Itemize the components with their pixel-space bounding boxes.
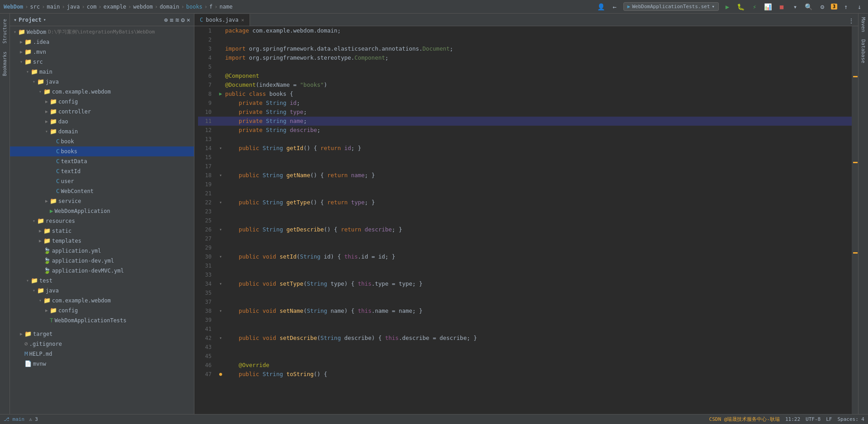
right-tab-maven[interactable]: Maven — [859, 14, 868, 36]
tree-controller[interactable]: ▶ 📁 controller — [10, 107, 194, 117]
run-gutter-icon[interactable]: ▶ — [219, 90, 222, 99]
sidebar-item-bookmarks[interactable]: Bookmarks — [1, 48, 9, 80]
tree-dao[interactable]: ▶ 📁 dao — [10, 117, 194, 127]
coverage-button[interactable]: ⚡ — [750, 2, 760, 12]
tree-arrow-test-com[interactable]: ▾ — [37, 296, 43, 305]
tree-webdomapp[interactable]: ▶ WebDomApplication — [10, 206, 194, 216]
tab-books-java[interactable]: C books.java × — [194, 14, 250, 26]
fold-icon-34[interactable]: ▾ — [219, 279, 222, 288]
tree-mvnw[interactable]: 📄 mvnw — [10, 359, 194, 369]
tree-arrow-test[interactable]: ▾ — [24, 276, 31, 285]
tree-domain[interactable]: ▾ 📁 domain — [10, 127, 194, 137]
stop-button[interactable]: ■ — [777, 2, 787, 12]
tree-books[interactable]: C books — [10, 146, 194, 156]
tree-root[interactable]: ▾ 📁 WebDom D:\学习案例\integrationMyBatis\We… — [10, 27, 194, 37]
tree-arrow-idea[interactable]: ▶ — [18, 38, 24, 47]
tree-arrow-service[interactable]: ▶ — [43, 197, 50, 206]
tree-arrow-resources[interactable]: ▾ — [31, 217, 37, 226]
tree-application-yml[interactable]: 🍃 application.yml — [10, 246, 194, 256]
profiler-button[interactable]: 📊 — [763, 2, 773, 12]
tree-service[interactable]: ▶ 📁 service — [10, 196, 194, 206]
tree-textdata[interactable]: C textData — [10, 156, 194, 166]
tree-arrow-test-java[interactable]: ▾ — [31, 286, 37, 295]
tree-webcontent[interactable]: C WebContent — [10, 186, 194, 196]
sidebar-item-structure[interactable]: Structure — [1, 15, 9, 47]
tree-settings-icon[interactable]: ⚙ — [181, 16, 184, 24]
tree-arrow-dao[interactable]: ▶ — [43, 117, 50, 126]
tree-java[interactable]: ▾ 📁 java — [10, 77, 194, 87]
tree-src[interactable]: ▾ 📁 src — [10, 57, 194, 67]
tree-arrow-templates[interactable]: ▶ — [37, 236, 43, 245]
tree-test-config[interactable]: ▶ 📁 config — [10, 306, 194, 316]
tree-close-icon[interactable]: × — [187, 16, 190, 24]
fold-icon-30[interactable]: ▾ — [219, 252, 222, 261]
project-title-chevron[interactable]: ▾ — [43, 17, 46, 22]
project-tree[interactable]: ▾ 📁 WebDom D:\学习案例\integrationMyBatis\We… — [10, 26, 194, 414]
tree-user[interactable]: C user — [10, 176, 194, 186]
right-tab-database[interactable]: Database — [859, 36, 868, 67]
test-com-name: com.example.webdom — [52, 296, 111, 305]
tree-arrow-static[interactable]: ▶ — [37, 226, 43, 236]
status-spaces: Spaces: 4 — [837, 416, 864, 422]
debug-button[interactable]: 🐛 — [736, 2, 746, 12]
tree-main[interactable]: ▾ 📁 main — [10, 67, 194, 77]
tree-arrow-mvn[interactable]: ▶ — [18, 47, 24, 57]
nav-down-icon[interactable]: ↓ — [854, 2, 864, 12]
tree-templates[interactable]: ▶ 📁 templates — [10, 236, 194, 246]
tree-helpmd[interactable]: M HELP.md — [10, 349, 194, 359]
tree-gitignore[interactable]: ⊘ .gitignore — [10, 339, 194, 349]
tab-more-icon[interactable]: ⋮ — [846, 16, 856, 26]
fold-icon-26[interactable]: ▾ — [219, 225, 222, 234]
fold-icon-22[interactable]: ▾ — [219, 198, 222, 207]
search-icon[interactable]: 🔍 — [804, 2, 814, 12]
run-config[interactable]: ▶ WebDomApplicationTests.set ▾ — [623, 2, 719, 11]
collapse-all-icon[interactable]: ≡ — [170, 16, 173, 24]
tree-arrow-root[interactable]: ▾ — [12, 28, 18, 37]
tree-arrow-config[interactable]: ▶ — [43, 97, 50, 106]
tree-book[interactable]: C book — [10, 137, 194, 146]
fold-icon-18[interactable]: ▾ — [219, 171, 222, 180]
tree-textid[interactable]: C textId — [10, 166, 194, 176]
warning-badge[interactable]: 3 — [831, 4, 837, 9]
code-editor[interactable]: 1 package com.example.webdom.domain; 2 3 — [194, 26, 858, 414]
nav-up-icon[interactable]: ↑ — [841, 2, 851, 12]
settings-icon[interactable]: ⚙ — [817, 2, 827, 12]
tree-arrow-domain[interactable]: ▾ — [43, 127, 50, 136]
tree-com-example[interactable]: ▾ 📁 com.example.webdom — [10, 87, 194, 97]
code-line-31: 31 — [198, 261, 852, 270]
tree-webdomtests[interactable]: T WebDomApplicationTests — [10, 316, 194, 325]
code-content[interactable]: 1 package com.example.webdom.domain; 2 3 — [194, 26, 852, 414]
expand-all-icon[interactable]: ⊕ — [164, 16, 168, 24]
tree-test-com[interactable]: ▾ 📁 com.example.webdom — [10, 296, 194, 306]
tree-arrow-main[interactable]: ▾ — [24, 67, 31, 76]
tree-test[interactable]: ▾ 📁 test — [10, 276, 194, 286]
fold-icon-14[interactable]: ▾ — [219, 144, 222, 153]
tree-arrow-target[interactable]: ▶ — [18, 330, 24, 339]
tree-config[interactable]: ▶ 📁 config — [10, 97, 194, 107]
tree-filter-icon[interactable]: ≋ — [175, 16, 179, 24]
tree-test-java[interactable]: ▾ 📁 java — [10, 286, 194, 296]
tree-arrow-src[interactable]: ▾ — [18, 57, 24, 66]
tree-mvn[interactable]: ▶ 📁 .mvn — [10, 47, 194, 57]
tab-close-button[interactable]: × — [241, 17, 244, 23]
tree-target[interactable]: ▶ 📁 target — [10, 329, 194, 339]
project-dropdown-icon[interactable]: ▾ — [14, 17, 17, 23]
back-icon[interactable]: ← — [610, 2, 620, 12]
tree-application-devmvc-yml[interactable]: 🍃 application-devMVC.yml — [10, 266, 194, 276]
tree-arrow-java[interactable]: ▾ — [31, 77, 37, 86]
books-name: books — [61, 147, 77, 156]
account-icon[interactable]: 👤 — [596, 2, 606, 12]
more-run-options[interactable]: ▾ — [790, 2, 800, 12]
run-button[interactable]: ▶ — [722, 2, 732, 12]
tree-arrow-test-config[interactable]: ▶ — [43, 306, 50, 315]
run-config-dropdown[interactable]: ▾ — [712, 4, 715, 9]
fold-icon-42[interactable]: ▾ — [219, 334, 222, 343]
tree-application-dev-yml[interactable]: 🍃 application-dev.yml — [10, 256, 194, 266]
tree-arrow-controller[interactable]: ▶ — [43, 107, 50, 116]
fold-icon-38[interactable]: ▾ — [219, 306, 222, 316]
file-icon-mvnw: 📄 — [24, 359, 32, 368]
tree-idea[interactable]: ▶ 📁 .idea — [10, 37, 194, 47]
tree-resources[interactable]: ▾ 📁 resources — [10, 216, 194, 226]
tree-arrow-com[interactable]: ▾ — [37, 87, 43, 96]
tree-static[interactable]: ▶ 📁 static — [10, 226, 194, 236]
